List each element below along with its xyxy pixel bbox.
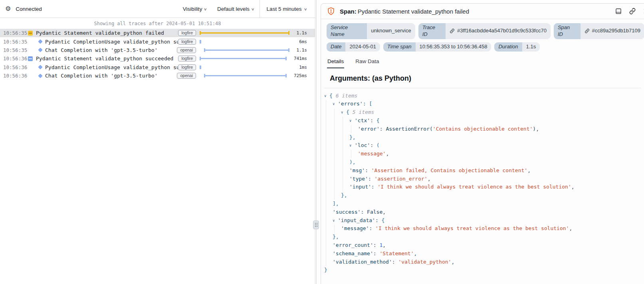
- span-diamond-icon: [38, 65, 42, 70]
- default-levels-menu[interactable]: Default levels∨: [212, 0, 260, 18]
- code-line: 'type': 'assertion_error',: [324, 175, 641, 183]
- code-line: 'input': 'I think we should always treat…: [324, 183, 641, 191]
- badge-value: 2024-05-01: [345, 42, 380, 52]
- duration-label: 1.1s: [289, 30, 307, 36]
- indent-guide: [326, 150, 326, 158]
- trace-row[interactable]: 10:56:36Chat Completion with 'gpt-3.5-tu…: [0, 71, 315, 80]
- indent-guide: [326, 100, 326, 108]
- visibility-menu[interactable]: Visibility∨: [178, 0, 212, 18]
- indent-guide: [343, 167, 343, 175]
- indent-guide: [326, 158, 326, 167]
- trace-row[interactable]: 10:56:35Pydantic CompletionUsage validat…: [0, 37, 315, 46]
- collapse-chevron-icon[interactable]: ∨: [333, 216, 338, 225]
- span-diamond-icon: [38, 48, 42, 52]
- arguments-heading: Arguments: (as Python): [330, 74, 641, 83]
- span-title: Span:Pydantic Statement validate_python …: [340, 8, 469, 15]
- code-line: 'validation_method': 'validate_python',: [324, 258, 641, 266]
- indent-guide: [334, 133, 335, 142]
- duration-bar: [200, 66, 201, 69]
- duration-bar-track: [200, 40, 289, 44]
- badge-label: Date: [327, 42, 345, 52]
- collapse-toggle-icon[interactable]: [28, 56, 33, 61]
- trace-row[interactable]: 10:56:36Pydantic Statement validate_pyth…: [0, 54, 315, 63]
- trace-list-panel: ⚙ Connected Visibility∨ Default levels∨ …: [0, 0, 315, 284]
- indent-guide: [326, 258, 326, 266]
- badge-duration: Duration1.1s: [494, 42, 540, 52]
- collapse-chevron-icon[interactable]: ∨: [341, 108, 346, 117]
- indent-guide: [326, 141, 326, 150]
- indent-guide: [334, 150, 335, 158]
- collapse-toggle-icon[interactable]: [28, 31, 33, 36]
- duration-label: 725ms: [289, 73, 307, 78]
- code-line: ∨{ 6 items: [324, 92, 641, 100]
- indent-guide: [343, 141, 343, 150]
- badge-trace-id: Trace ID#3ff16acbdde4a547b01d9c9c533fcc7…: [418, 23, 551, 39]
- indent-guide: [343, 158, 343, 167]
- link-icon[interactable]: [629, 8, 636, 15]
- indent-guide: [326, 108, 326, 117]
- time-range-selector[interactable]: Last 5 minutes∨: [260, 0, 315, 18]
- code-line: 'message',: [324, 150, 641, 158]
- trace-row[interactable]: 10:56:36Pydantic CompletionUsage validat…: [0, 63, 315, 71]
- trace-timestamp: 10:56:35: [3, 47, 26, 53]
- badge-value[interactable]: #3ff16acbdde4a547b01d9c9c533fcc70: [446, 23, 551, 39]
- indent-guide: [334, 175, 335, 183]
- indent-guide: [334, 158, 335, 167]
- tab-raw-data[interactable]: Raw Data: [355, 56, 379, 68]
- trace-row[interactable]: 10:56:35Pydantic Statement validate_pyth…: [0, 29, 315, 37]
- trace-row-title: Pydantic Statement validate_python succe…: [36, 56, 178, 62]
- indent-guide: [351, 150, 351, 158]
- connection-status: Connected: [16, 6, 42, 12]
- tab-details[interactable]: Details: [327, 56, 344, 68]
- span-metadata-badges: Service Nameunknown_serviceTrace ID#3ff1…: [321, 19, 644, 52]
- trace-timestamp: 10:56:36: [3, 64, 26, 70]
- code-line: ),: [324, 158, 641, 167]
- code-line: 'schema_name': 'Statement',: [324, 250, 641, 258]
- indent-guide: [343, 125, 343, 133]
- collapse-chevron-icon[interactable]: ∨: [333, 100, 338, 108]
- duration-bar-track: [200, 65, 289, 70]
- scope-tag: openai: [177, 73, 196, 79]
- panel-drag-handle[interactable]: [313, 220, 319, 229]
- indent-guide: [326, 208, 326, 216]
- badge-span-id: Span ID#cc89a295db1b7109: [554, 23, 644, 39]
- code-line: 'msg': 'Assertion failed, Contains objec…: [324, 167, 641, 175]
- link-icon: [450, 28, 455, 34]
- badge-value: unknown_service: [367, 23, 415, 39]
- indent-guide: [326, 183, 326, 191]
- detail-tabs: DetailsRaw Data: [321, 55, 644, 68]
- duration-bar: [200, 57, 287, 60]
- indent-guide: [326, 133, 326, 142]
- badge-label: Span ID: [554, 23, 581, 39]
- warning-shield-icon: [327, 7, 335, 16]
- collapse-chevron-icon[interactable]: ∨: [349, 117, 355, 125]
- indent-guide: [326, 175, 326, 183]
- indent-guide: [326, 224, 326, 233]
- collapse-chevron-icon[interactable]: ∨: [349, 141, 355, 150]
- trace-row[interactable]: 10:56:35Chat Completion with 'gpt-3.5-tu…: [0, 46, 315, 54]
- trace-timestamp: 10:56:36: [3, 56, 26, 62]
- indent-guide: [326, 216, 326, 225]
- trace-row-title: Pydantic CompletionUsage validate_python…: [45, 39, 178, 45]
- indent-guide: [326, 125, 326, 133]
- reader-panel-icon[interactable]: [615, 8, 622, 15]
- trace-row-title: Pydantic Statement validate_python faile…: [36, 30, 178, 36]
- badge-value: 1.1s: [522, 42, 540, 52]
- badge-label: Trace ID: [418, 23, 446, 39]
- trace-row-title: Chat Completion with 'gpt-3.5-turbo': [45, 47, 177, 53]
- indent-guide: [334, 224, 335, 233]
- trace-row-title: Chat Completion with 'gpt-3.5-turbo': [45, 73, 177, 79]
- collapse-chevron-icon[interactable]: ∨: [324, 92, 329, 100]
- left-toolbar: ⚙ Connected Visibility∨ Default levels∨ …: [0, 0, 315, 18]
- indent-guide: [326, 241, 326, 250]
- duration-label: 6ms: [289, 39, 307, 44]
- indent-guide: [334, 125, 335, 133]
- duration-label: 1ms: [289, 65, 307, 70]
- badge-date: Date2024-05-01: [327, 42, 380, 52]
- indent-guide: [326, 191, 326, 200]
- arguments-code-tree: ∨{ 6 items∨'errors': [∨{ 5 items∨'ctx': …: [324, 88, 641, 275]
- indent-guide: [334, 191, 335, 200]
- indent-guide: [334, 108, 335, 117]
- badge-value[interactable]: #cc89a295db1b7109: [581, 23, 644, 39]
- gear-icon[interactable]: ⚙: [5, 6, 11, 12]
